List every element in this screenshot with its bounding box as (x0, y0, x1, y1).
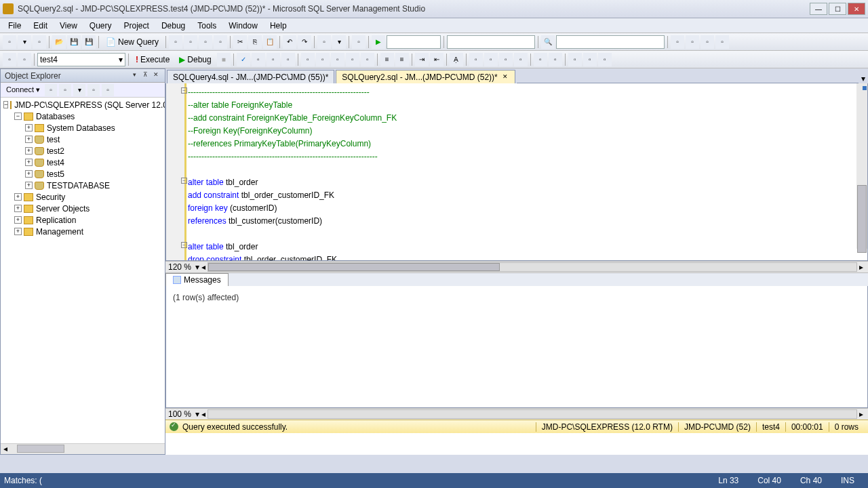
tab-sqlquery2[interactable]: SQLQuery2.sql - JM...(JMD-PC\JMD (52))* … (336, 70, 515, 83)
tb2-icon-6[interactable]: ▫ (331, 53, 344, 66)
tb-icon-3[interactable]: ▫ (199, 35, 212, 49)
tb-icon-11[interactable]: ▫ (715, 35, 729, 49)
menu-help[interactable]: Help (264, 20, 292, 32)
tree-sysdb-node[interactable]: + System Databases (2, 122, 163, 134)
tb-icon-4[interactable]: ▫ (214, 35, 227, 49)
tree-db-node[interactable]: + test5 (2, 168, 163, 180)
messages-pane[interactable]: (1 row(s) affected) (165, 286, 868, 408)
editor-hscrollbar[interactable] (208, 262, 857, 272)
expand-icon[interactable]: + (14, 216, 22, 224)
change-connection-icon[interactable]: ▫ (18, 53, 31, 66)
expand-icon[interactable]: + (25, 182, 33, 189)
tabs-dropdown-icon[interactable]: ▾ (859, 74, 868, 83)
cut-icon[interactable]: ✂ (233, 35, 247, 49)
tree-server-node[interactable]: − JMD-PC\SQLEXPRESS (SQL Server 12.0... (2, 99, 163, 110)
oe-hscrollbar[interactable]: ◂ (1, 443, 165, 454)
new-project-icon[interactable]: ▫ (3, 35, 16, 49)
expand-icon[interactable]: − (14, 113, 22, 120)
code-content[interactable]: ----------------------------------------… (186, 83, 867, 260)
tb2-icon-8[interactable]: ▫ (361, 53, 374, 66)
expand-icon[interactable]: + (14, 205, 22, 212)
paste-icon[interactable]: 📋 (263, 35, 277, 49)
hscroll-left-icon[interactable]: ◂ (199, 262, 208, 272)
tb-icon-5[interactable]: ▫ (317, 35, 331, 49)
outdent-icon[interactable]: ⇤ (430, 53, 443, 66)
save-all-icon[interactable]: 💾 (82, 35, 96, 49)
config-combo[interactable] (387, 35, 441, 49)
tb2-icon-1[interactable]: ▫ (252, 53, 265, 66)
connect-button[interactable]: Connect ▾ (3, 85, 43, 95)
tree-db-node[interactable]: + TESTDATABASE (2, 180, 163, 191)
tree-databases-node[interactable]: − Databases (2, 110, 163, 122)
hscroll-right-icon[interactable]: ▸ (857, 262, 865, 272)
tab-messages[interactable]: Messages (165, 273, 229, 286)
indent-icon[interactable]: ⇥ (415, 53, 429, 66)
oe-dropdown-icon[interactable]: ▾ (130, 71, 139, 81)
start-icon[interactable]: ▶ (372, 35, 385, 49)
new-query-button[interactable]: 📄 New Query (102, 36, 163, 48)
results-hscrollbar[interactable] (208, 409, 857, 419)
tb2-icon-5[interactable]: ▫ (316, 53, 330, 66)
expand-icon[interactable]: + (25, 136, 33, 143)
menu-edit[interactable]: Edit (28, 20, 53, 32)
find-icon[interactable]: 🔍 (541, 35, 555, 49)
menu-query[interactable]: Query (84, 20, 117, 32)
expand-icon[interactable]: − (3, 101, 8, 108)
tb2-icon-4[interactable]: ▫ (301, 53, 315, 66)
oe-tb-icon-3[interactable]: ▾ (73, 84, 85, 96)
tb2-icon-20[interactable]: ▫ (598, 53, 612, 66)
expand-icon[interactable]: + (25, 159, 33, 166)
tb2-icon-11[interactable]: Ạ (450, 53, 463, 66)
menu-file[interactable]: File (3, 20, 26, 32)
expand-icon[interactable]: + (25, 170, 33, 178)
tree-serverobj-node[interactable]: + Server Objects (2, 203, 163, 214)
close-button[interactable]: ✕ (848, 3, 865, 15)
object-explorer-tree[interactable]: − JMD-PC\SQLEXPRESS (SQL Server 12.0... … (1, 98, 165, 443)
oe-tb-icon-2[interactable]: ▫ (59, 84, 71, 96)
oe-tb-icon-5[interactable]: ▫ (102, 84, 114, 96)
tb2-icon-9[interactable]: ≡ (380, 53, 394, 66)
parse-icon[interactable]: ✓ (237, 53, 250, 66)
tb-icon-6[interactable]: ▾ (332, 35, 346, 49)
undo-icon[interactable]: ↶ (283, 35, 296, 49)
tree-db-node[interactable]: + test2 (2, 145, 163, 157)
menu-view[interactable]: View (54, 20, 83, 32)
minimize-button[interactable]: — (810, 3, 827, 15)
tree-management-node[interactable]: + Management (2, 226, 163, 237)
tb-icon-8[interactable]: ▫ (671, 35, 684, 49)
tb2-icon-10[interactable]: ≡ (395, 53, 409, 66)
tb-icon-2[interactable]: ▫ (184, 35, 197, 49)
tb2-icon-3[interactable]: ▫ (281, 53, 295, 66)
outline-collapse-icon[interactable]: − (181, 242, 187, 248)
editor-vscrollbar[interactable] (856, 83, 867, 249)
find-input[interactable] (556, 35, 665, 49)
tb-icon-7[interactable]: ▫ (352, 35, 366, 49)
hscroll-left-icon[interactable]: ◂ (199, 409, 208, 419)
tree-security-node[interactable]: + Security (2, 191, 163, 203)
tree-replication-node[interactable]: + Replication (2, 214, 163, 226)
tb2-icon-12[interactable]: ▫ (469, 53, 483, 66)
redo-icon[interactable]: ↷ (298, 35, 311, 49)
expand-icon[interactable]: + (25, 147, 33, 155)
tab-sqlquery4[interactable]: SQLQuery4.sql - JM...(JMD-PC\JMD (55))* (167, 70, 334, 83)
expand-icon[interactable]: + (25, 124, 33, 131)
tb2-icon-13[interactable]: ▫ (484, 53, 498, 66)
tree-db-node[interactable]: + test (2, 134, 163, 145)
menu-window[interactable]: Window (223, 20, 263, 32)
expand-icon[interactable]: + (14, 193, 22, 201)
tree-db-node[interactable]: + test4 (2, 157, 163, 168)
tab-close-icon[interactable]: ✕ (501, 73, 509, 81)
debug-button[interactable]: ▶ Debug (175, 54, 215, 66)
maximize-button[interactable]: ☐ (829, 3, 846, 15)
tb-icon-1[interactable]: ▫ (169, 35, 182, 49)
tb2-icon-18[interactable]: ▫ (568, 53, 582, 66)
expand-icon[interactable]: + (14, 228, 22, 235)
hscroll-right-icon[interactable]: ▸ (857, 409, 865, 419)
tb2-icon-7[interactable]: ▫ (346, 53, 359, 66)
tb2-icon-16[interactable]: ▫ (534, 53, 547, 66)
platform-combo[interactable] (447, 35, 535, 49)
execute-button[interactable]: ! Execute (132, 54, 174, 66)
code-editor[interactable]: − − − ----------------------------------… (165, 83, 868, 261)
outline-collapse-icon[interactable]: − (181, 87, 187, 94)
connect-icon[interactable]: ▫ (3, 53, 16, 66)
